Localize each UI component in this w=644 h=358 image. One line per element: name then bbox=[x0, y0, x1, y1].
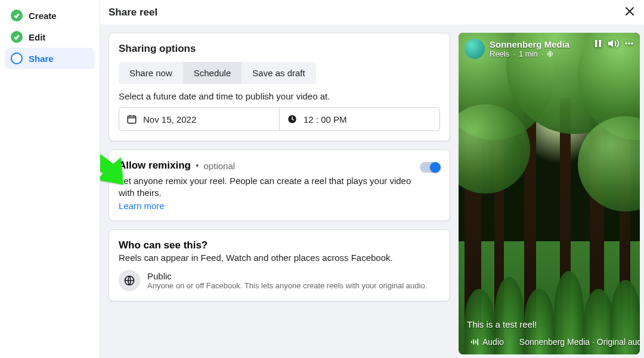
sharing-options-card: Sharing options Share now Schedule Save … bbox=[109, 33, 450, 141]
svg-marker-7 bbox=[608, 40, 613, 47]
audio-source: Sonnenberg Media · Original aud bbox=[519, 337, 640, 347]
svg-rect-11 bbox=[471, 341, 472, 343]
more-icon[interactable] bbox=[624, 39, 634, 48]
globe-icon bbox=[547, 51, 553, 57]
learn-more-link[interactable]: Learn more bbox=[119, 201, 420, 211]
svg-point-8 bbox=[625, 42, 627, 44]
audience-description: Anyone on or off Facebook. This lets any… bbox=[147, 281, 427, 290]
svg-rect-12 bbox=[473, 340, 474, 345]
step-share[interactable]: Share bbox=[5, 48, 95, 69]
svg-point-9 bbox=[628, 42, 630, 44]
topbar: Share reel bbox=[100, 0, 644, 24]
svg-rect-13 bbox=[475, 340, 476, 343]
avatar bbox=[465, 39, 485, 59]
tab-schedule[interactable]: Schedule bbox=[183, 62, 242, 84]
time-ago: 1 min bbox=[519, 49, 538, 58]
volume-icon[interactable] bbox=[608, 39, 620, 48]
check-circle-icon bbox=[11, 10, 23, 21]
clock-icon bbox=[287, 114, 298, 124]
allow-remixing-card: Allow remixing • optional Let anyone rem… bbox=[109, 150, 450, 221]
surface-label: Reels bbox=[490, 49, 509, 58]
remix-toggle[interactable] bbox=[420, 162, 440, 173]
step-label: Create bbox=[29, 11, 57, 21]
schedule-hint: Select a future date and time to publish… bbox=[119, 91, 440, 101]
audience-name: Public bbox=[147, 271, 427, 281]
globe-icon bbox=[119, 270, 140, 291]
tab-share-now[interactable]: Share now bbox=[119, 62, 183, 84]
step-edit[interactable]: Edit bbox=[5, 26, 95, 48]
preview-account[interactable]: Sonnenberg Media Reels · 1 min · bbox=[465, 39, 569, 59]
audio-bars-icon bbox=[470, 338, 479, 346]
date-input[interactable]: Nov 15, 2022 bbox=[119, 107, 280, 131]
close-icon bbox=[624, 5, 636, 17]
time-input[interactable]: 12 : 00 PM bbox=[280, 107, 440, 131]
svg-rect-5 bbox=[595, 40, 597, 47]
svg-rect-1 bbox=[128, 116, 136, 123]
current-step-icon bbox=[11, 52, 23, 64]
toggle-knob bbox=[430, 162, 441, 173]
close-button[interactable] bbox=[624, 5, 636, 20]
audio-chip[interactable]: Audio bbox=[467, 335, 507, 348]
preview-video-frame bbox=[459, 33, 640, 354]
audience-title: Who can see this? bbox=[119, 239, 440, 251]
calendar-icon bbox=[126, 114, 137, 124]
audience-subtitle: Reels can appear in Feed, Watch and othe… bbox=[119, 253, 440, 263]
step-label: Edit bbox=[29, 32, 45, 42]
tab-save-draft[interactable]: Save as draft bbox=[242, 62, 315, 84]
remix-title: Allow remixing bbox=[119, 160, 191, 172]
step-create[interactable]: Create bbox=[5, 5, 95, 26]
optional-label: optional bbox=[204, 161, 236, 171]
sidebar-steps: Create Edit Share bbox=[0, 0, 100, 358]
pause-icon[interactable] bbox=[593, 39, 603, 48]
main-area: Share reel Sharing options Share now Sch… bbox=[100, 0, 644, 358]
account-name: Sonnenberg Media bbox=[490, 39, 569, 49]
reel-preview: Sonnenberg Media Reels · 1 min · bbox=[459, 33, 640, 354]
svg-rect-14 bbox=[477, 339, 478, 345]
audio-label: Audio bbox=[482, 337, 504, 347]
time-value: 12 : 00 PM bbox=[304, 114, 347, 124]
svg-rect-6 bbox=[599, 40, 602, 47]
sharing-options-title: Sharing options bbox=[119, 43, 440, 55]
page-title: Share reel bbox=[109, 7, 157, 18]
date-value: Nov 15, 2022 bbox=[143, 114, 196, 124]
separator-dot: • bbox=[196, 160, 199, 171]
svg-point-10 bbox=[631, 42, 633, 44]
step-label: Share bbox=[29, 54, 54, 64]
remix-description: Let anyone remix your reel. People can c… bbox=[119, 175, 420, 200]
audience-option[interactable]: Public Anyone on or off Facebook. This l… bbox=[119, 270, 440, 291]
check-circle-icon bbox=[11, 31, 23, 43]
reel-caption: This is a test reel! bbox=[467, 319, 631, 329]
schedule-tabs: Share now Schedule Save as draft bbox=[119, 62, 316, 84]
audience-card: Who can see this? Reels can appear in Fe… bbox=[109, 229, 450, 301]
